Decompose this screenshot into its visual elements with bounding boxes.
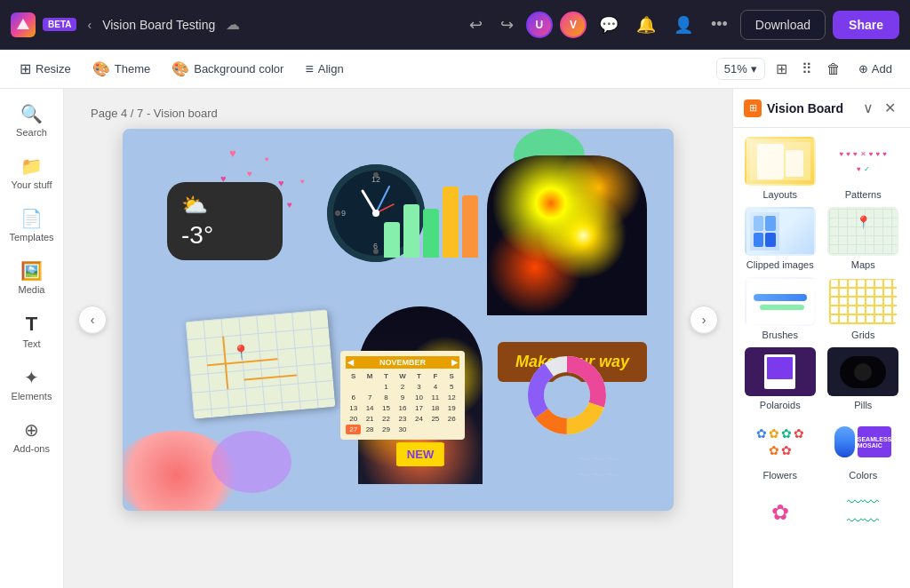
panel-title-area: ⊞ Vision Board: [744, 99, 843, 117]
panel-header: ⊞ Vision Board ∨ ✕: [733, 89, 910, 128]
svg-point-14: [372, 210, 379, 217]
redo-button[interactable]: ↪: [495, 12, 519, 38]
templates-icon: 📄: [20, 208, 43, 229]
sidebar-item-label: Your stuff: [12, 179, 52, 190]
app-logo[interactable]: [11, 12, 36, 37]
panel-item-more1[interactable]: ✿: [742, 488, 818, 536]
flowers-label: Flowers: [762, 470, 797, 481]
map-widget: 📍: [189, 315, 331, 413]
sidebar-item-elements[interactable]: ✦ Elements: [5, 360, 59, 409]
heart-decor-2: ♥: [247, 169, 252, 179]
project-name[interactable]: Vision Board Testing: [102, 18, 215, 32]
align-button[interactable]: ≡ Align: [296, 57, 352, 82]
maps-thumb: 📍: [827, 207, 898, 256]
heart-decor-7: ♥: [287, 200, 292, 210]
sidebar-item-label: Media: [19, 284, 45, 295]
resize-icon: ⊞: [20, 60, 31, 77]
topbar-actions: ↩ ↪ U V 💬 🔔 👤 ••• Download Share: [464, 10, 899, 40]
prev-page-button[interactable]: ‹: [78, 306, 107, 334]
patterns-label: Patterns: [845, 189, 882, 200]
add-ons-icon: ⊕: [24, 419, 39, 441]
beta-badge: BETA: [43, 18, 76, 31]
sidebar-item-search[interactable]: 🔍 Search: [5, 96, 59, 145]
more-button[interactable]: •••: [706, 12, 733, 37]
panel-item-grids[interactable]: Grids: [826, 277, 902, 340]
brushes-thumb: [745, 277, 816, 326]
purple-blob: [212, 431, 291, 493]
pills-thumb: [827, 347, 898, 396]
panel-item-polaroids[interactable]: Polaroids: [742, 347, 818, 410]
right-panel: ⊞ Vision Board ∨ ✕ Layouts: [732, 89, 910, 588]
panel-item-maps[interactable]: 📍 Maps: [826, 207, 902, 270]
left-sidebar: 🔍 Search 📁 Your stuff 📄 Templates 🖼️ Med…: [0, 89, 64, 588]
heart-decor-3: ♥: [265, 155, 269, 163]
share-button[interactable]: Share: [833, 11, 899, 39]
panel-item-pills[interactable]: Pills: [826, 347, 902, 410]
bar-chart: [384, 178, 478, 258]
sidebar-item-label: Templates: [9, 232, 53, 242]
panel-item-flowers[interactable]: ✿ ✿ ✿ ✿ ✿ ✿ Flowers: [742, 417, 818, 481]
panel-item-colors[interactable]: SEAMLESSMOSAIC Colors: [826, 417, 902, 481]
grid-view-button[interactable]: ⊞: [772, 57, 791, 81]
wave-decoration: 〜〜〜〜〜〜: [578, 452, 620, 484]
sidebar-item-media[interactable]: 🖼️ Media: [5, 253, 59, 302]
plus-icon: ⊕: [858, 62, 868, 75]
panel-close-button[interactable]: ✕: [881, 98, 899, 118]
panel-item-layouts[interactable]: Layouts: [742, 137, 818, 200]
weather-temp: -3°: [181, 221, 268, 250]
more1-thumb: ✿: [745, 488, 816, 536]
toolbar: ⊞ Resize 🎨 Theme 🎨 Background color ≡ Al…: [0, 50, 910, 89]
cal-header: ◀ NOVEMBER ▶: [346, 356, 459, 369]
panel-title: Vision Board: [767, 101, 843, 115]
text-icon: T: [26, 313, 37, 336]
maps-label: Maps: [851, 259, 875, 270]
svg-text:6: 6: [373, 242, 378, 250]
share-link-icon[interactable]: 👤: [668, 12, 698, 38]
panel-item-patterns[interactable]: ♥♥♥ ✕♥♥ ♥♥✓ Patterns: [826, 137, 902, 200]
theme-button[interactable]: 🎨 Theme: [84, 56, 159, 82]
flowers-thumb: ✿ ✿ ✿ ✿ ✿ ✿: [745, 417, 816, 466]
avatar: U: [526, 12, 553, 38]
sidebar-item-templates[interactable]: 📄 Templates: [5, 201, 59, 250]
chat-icon[interactable]: 💬: [594, 12, 624, 38]
sidebar-item-your-stuff[interactable]: 📁 Your stuff: [5, 148, 59, 197]
resize-button[interactable]: ⊞ Resize: [11, 56, 80, 82]
align-icon: ≡: [305, 61, 313, 77]
background-color-button[interactable]: 🎨 Background color: [163, 56, 292, 82]
toolbar-right: 51% ▾ ⊞ ⠿ 🗑 ⊕ Add: [716, 57, 899, 81]
add-button[interactable]: ⊕ Add: [851, 59, 899, 79]
download-button[interactable]: Download: [740, 10, 826, 40]
dots-menu-button[interactable]: ⠿: [798, 57, 816, 81]
clipped-images-thumb: [745, 207, 816, 256]
logo-area: BETA: [11, 12, 76, 37]
back-button[interactable]: ‹: [87, 18, 92, 32]
panel-collapse-button[interactable]: ∨: [859, 98, 877, 118]
topbar: BETA ‹ Vision Board Testing ☁ ↩ ↪ U V 💬 …: [0, 0, 910, 50]
panel-item-clipped-images[interactable]: Clipped images: [742, 207, 818, 270]
next-page-button[interactable]: ›: [690, 306, 718, 334]
polaroids-thumb: [745, 347, 816, 396]
grids-label: Grids: [851, 330, 874, 340]
layouts-thumb: [745, 137, 816, 186]
sidebar-item-text[interactable]: T Text: [5, 306, 59, 356]
panel-item-brushes[interactable]: Brushes: [742, 277, 818, 340]
sidebar-item-label: Search: [16, 127, 47, 138]
cloud-save-icon: ☁: [226, 16, 240, 33]
comments-icon[interactable]: 🔔: [631, 12, 661, 38]
sidebar-item-add-ons[interactable]: ⊕ Add-ons: [5, 412, 59, 461]
undo-button[interactable]: ↩: [464, 12, 488, 38]
canvas-board[interactable]: ♥ ♥ ♥ ♥ ♥ ♥ ♥ ♥ ♥ ⛅ -3°: [123, 129, 674, 511]
svg-point-5: [335, 211, 340, 216]
delete-button[interactable]: 🗑: [823, 58, 844, 81]
svg-text:9: 9: [341, 209, 346, 218]
panel-item-more2[interactable]: 〰〰〰〰: [826, 488, 902, 536]
theme-icon: 🎨: [92, 60, 110, 77]
donut-chart: [523, 351, 629, 457]
brushes-label: Brushes: [762, 330, 798, 340]
more2-thumb: 〰〰〰〰: [827, 488, 898, 536]
panel-grid: Layouts ♥♥♥ ✕♥♥ ♥♥✓ Patterns: [733, 128, 910, 545]
fireworks-image: [487, 155, 647, 315]
sidebar-item-label: Text: [22, 338, 40, 349]
canvas-area: Page 4 / 7 - Vision board ‹ › ♥ ♥ ♥ ♥ ♥ …: [64, 89, 732, 588]
zoom-control[interactable]: 51% ▾: [716, 58, 765, 80]
